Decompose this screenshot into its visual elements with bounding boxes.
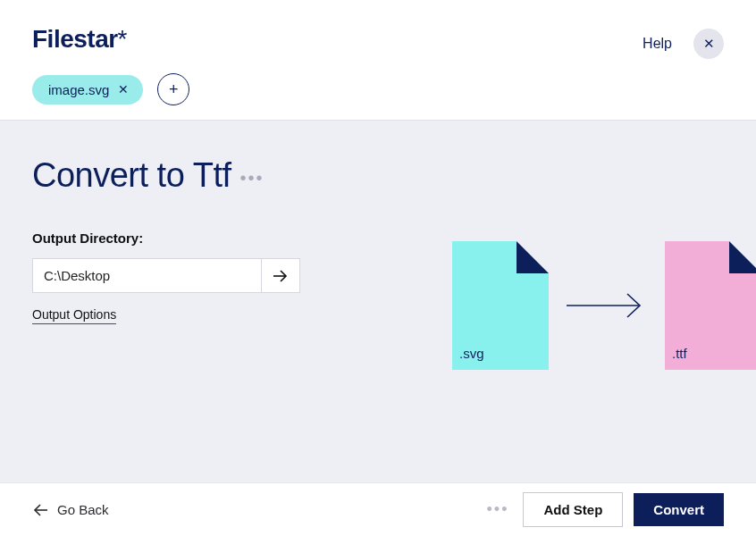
output-options-link[interactable]: Output Options: [32, 307, 116, 324]
convert-button[interactable]: Convert: [634, 493, 724, 526]
header-right: Help ✕: [643, 29, 724, 59]
file-chip[interactable]: image.svg ✕: [32, 75, 143, 105]
arrow-between: [567, 292, 647, 319]
more-actions-icon[interactable]: •••: [483, 500, 513, 519]
header: Filestar* image.svg ✕ + Help ✕: [0, 0, 756, 120]
close-icon: ✕: [703, 36, 715, 52]
target-file-tile: .ttf: [665, 241, 756, 370]
file-chip-label: image.svg: [48, 82, 109, 97]
arrow-left-icon: [32, 504, 48, 516]
close-button[interactable]: ✕: [693, 29, 724, 59]
add-file-button[interactable]: +: [157, 73, 189, 105]
go-back-button[interactable]: Go Back: [32, 502, 109, 517]
output-path-input[interactable]: [32, 258, 261, 293]
add-step-button[interactable]: Add Step: [523, 492, 623, 527]
source-ext-label: .svg: [459, 346, 484, 361]
arrow-right-icon: [567, 292, 647, 319]
help-link[interactable]: Help: [643, 36, 672, 52]
file-chip-row: image.svg ✕ +: [32, 73, 189, 105]
output-directory-label: Output Directory:: [32, 230, 300, 246]
footer-actions: ••• Add Step Convert: [483, 492, 724, 527]
more-icon[interactable]: •••: [240, 168, 265, 188]
page-title: Convert to Ttf: [32, 156, 231, 195]
title-row: Convert to Ttf •••: [32, 156, 724, 195]
main-panel: Convert to Ttf ••• Output Directory: Out…: [0, 120, 756, 492]
file-fold-icon: [517, 241, 549, 273]
output-section: Output Directory: Output Options: [32, 230, 300, 370]
arrow-right-icon: [273, 270, 289, 282]
file-fold-icon: [729, 241, 756, 273]
remove-file-icon[interactable]: ✕: [118, 83, 129, 96]
browse-button[interactable]: [261, 258, 300, 293]
go-back-label: Go Back: [57, 502, 109, 517]
content-row: Output Directory: Output Options .svg: [32, 230, 724, 370]
plus-icon: +: [169, 80, 179, 99]
target-ext-label: .ttf: [672, 346, 687, 361]
output-path-group: [32, 258, 300, 293]
brand-star: *: [118, 25, 127, 53]
conversion-preview: .svg .ttf: [452, 241, 756, 370]
brand-name: Filestar: [32, 25, 118, 53]
source-file-tile: .svg: [452, 241, 549, 370]
brand-logo: Filestar*: [32, 25, 189, 54]
footer: Go Back ••• Add Step Convert: [0, 482, 756, 536]
header-left: Filestar* image.svg ✕ +: [32, 25, 189, 105]
